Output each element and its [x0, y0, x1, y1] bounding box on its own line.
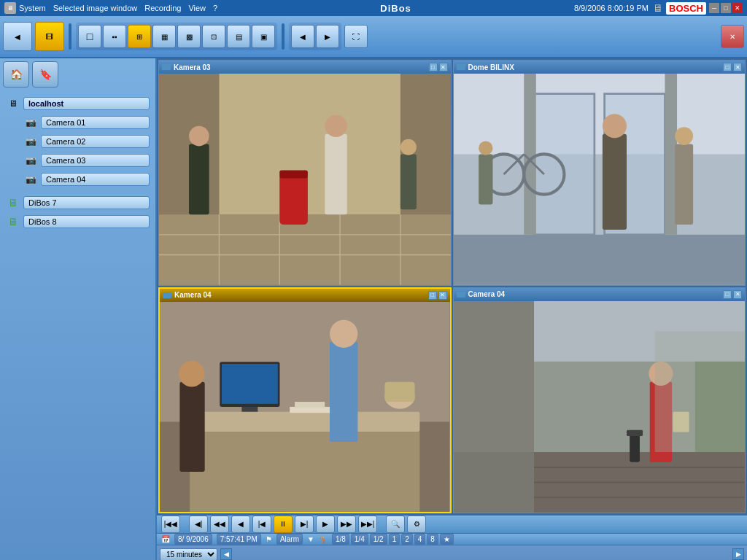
- speed-1-2[interactable]: 1/2: [370, 534, 387, 545]
- sidebar-bookmark-button[interactable]: 🔖: [32, 61, 58, 88]
- speed-1-4[interactable]: 1/4: [351, 534, 368, 545]
- pb-skip-start-button[interactable]: |◀◀: [161, 516, 180, 533]
- svg-rect-58: [627, 430, 643, 436]
- speed-1[interactable]: 1: [389, 534, 400, 545]
- timeline-header: 15 minutes 30 minutes 1 hour ◀ ▶: [157, 545, 747, 560]
- pb-prev-frame-button[interactable]: ◀: [231, 516, 250, 533]
- cam-next-button[interactable]: ▶: [316, 25, 339, 48]
- pb-prev-button[interactable]: ◀|: [189, 516, 208, 533]
- window-controls: ─ □ ✕: [709, 3, 743, 13]
- menu-system[interactable]: System: [19, 4, 46, 12]
- cam-minimize-camera04[interactable]: □: [723, 290, 732, 299]
- cam-minimize-kamera03[interactable]: □: [429, 63, 438, 71]
- camera-window-camera04[interactable]: Camera 04 □ ✕: [453, 287, 746, 513]
- timeline-scroll-right[interactable]: ▶: [732, 548, 744, 560]
- layout-9-icon: ⊡: [211, 33, 217, 41]
- pb-pause-button[interactable]: ⏸: [274, 516, 293, 533]
- svg-rect-30: [675, 144, 693, 225]
- cam-controls-kamera03: □ ✕: [429, 63, 448, 71]
- pb-settings-button[interactable]: ⚙: [407, 516, 426, 533]
- tree-item-camera04[interactable]: 📷 Camera 04: [20, 171, 152, 188]
- camera-window-dome[interactable]: Dome BILINX □ ✕: [453, 60, 746, 286]
- pb-fast-back-button[interactable]: ◀◀: [210, 516, 229, 533]
- bookmark-icon: 🔖: [39, 69, 52, 80]
- filter-label[interactable]: Alarm: [276, 534, 303, 545]
- layout-custom-icon: ▣: [260, 33, 267, 41]
- pb-next-frame-button[interactable]: ▶: [316, 516, 335, 533]
- speed-8[interactable]: 8: [427, 534, 438, 545]
- layout-8-button[interactable]: ▩: [177, 25, 201, 48]
- cam-controls-kamera04: □ ✕: [428, 291, 447, 300]
- cam-prev-icon: ◀: [300, 33, 306, 41]
- layout-single-button[interactable]: □: [78, 25, 101, 48]
- pb-step-back-button[interactable]: |◀: [252, 516, 271, 533]
- tree-item-camera02[interactable]: 📷 Camera 02: [20, 133, 152, 150]
- tree-item-localhost[interactable]: 🖥 localhost: [3, 95, 152, 112]
- svg-point-44: [330, 320, 357, 348]
- svg-rect-19: [454, 235, 746, 285]
- camera-feed-dome: [454, 74, 746, 285]
- layout-8-icon: ▩: [186, 33, 193, 41]
- svg-rect-57: [630, 432, 640, 462]
- menu-view[interactable]: View: [188, 4, 206, 12]
- speed-2[interactable]: 2: [401, 534, 413, 545]
- filter-dropdown-icon[interactable]: ▼: [307, 535, 314, 543]
- speed-4[interactable]: 4: [414, 534, 426, 545]
- toolbar: ◀ 🎞 □ ▪▪ ⊞ ▦ ▩ ⊡ ▤ ▣: [0, 16, 747, 58]
- timeline-area: 15 minutes 30 minutes 1 hour ◀ ▶ Kamera …: [157, 545, 747, 560]
- speed-controls: 1/8 1/4 1/2 1 2 4 8 ★: [332, 534, 454, 545]
- pause-icon: ⏸: [279, 520, 287, 528]
- camera-window-kamera03[interactable]: Kamera 03 □ ✕: [158, 60, 452, 286]
- skip-end-icon: ▶▶|: [361, 520, 375, 528]
- maximize-button[interactable]: □: [721, 3, 731, 13]
- pb-fast-fwd-button[interactable]: ▶▶: [337, 516, 356, 533]
- svg-point-16: [400, 139, 417, 155]
- pb-skip-end-button[interactable]: ▶▶|: [358, 516, 377, 533]
- camera-grid: Kamera 03 □ ✕: [157, 58, 747, 515]
- layout-2-button[interactable]: ▪▪: [103, 25, 126, 48]
- cam-close-dome[interactable]: ✕: [733, 63, 742, 71]
- minimize-button[interactable]: ─: [709, 3, 719, 13]
- toolbar-back-button[interactable]: ◀: [3, 22, 32, 51]
- cam-close-kamera04[interactable]: ✕: [438, 291, 447, 300]
- step-back-icon: |◀: [258, 520, 266, 528]
- layout-6-button[interactable]: ▦: [152, 25, 176, 48]
- tree-item-camera03[interactable]: 📷 Camera 03: [20, 152, 152, 169]
- layout-custom-button[interactable]: ▣: [252, 25, 275, 48]
- timeline-range-select[interactable]: 15 minutes 30 minutes 1 hour: [160, 548, 217, 560]
- tree-item-dibos7[interactable]: 🖥 DiBos 7: [3, 194, 152, 211]
- main-layout: 🏠 🔖 🖥 localhost 📷 Camera 01 📷 Camera 02: [0, 58, 747, 560]
- cam-minimize-kamera04[interactable]: □: [428, 291, 437, 300]
- menu-selected-image[interactable]: Selected image window: [53, 4, 138, 12]
- layout-9-button[interactable]: ⊡: [202, 25, 225, 48]
- layout-4-button[interactable]: ⊞: [128, 25, 151, 48]
- speed-1-8[interactable]: 1/8: [332, 534, 349, 545]
- speed-max[interactable]: ★: [440, 534, 454, 545]
- svg-rect-11: [279, 174, 308, 225]
- camera-window-kamera04[interactable]: Kamera 04 □ ✕: [158, 287, 452, 513]
- tree-item-dibos8[interactable]: 🖥 DiBos 8: [3, 213, 152, 230]
- timeline-scroll-left[interactable]: ◀: [220, 548, 232, 560]
- cam-close-kamera03[interactable]: ✕: [439, 63, 448, 71]
- fullscreen-icon: ⛶: [352, 33, 360, 41]
- cam-minimize-dome[interactable]: □: [723, 63, 732, 71]
- close-button[interactable]: ✕: [732, 3, 743, 13]
- server-icon-dibos8: 🖥: [6, 214, 20, 229]
- pb-search-button[interactable]: 🔍: [386, 516, 405, 533]
- cam-prev-button[interactable]: ◀: [291, 25, 314, 48]
- pb-step-fwd-button[interactable]: ▶|: [295, 516, 314, 533]
- cam-close-camera04[interactable]: ✕: [733, 290, 742, 299]
- svg-point-10: [189, 126, 209, 147]
- close-view-icon: ✕: [729, 33, 735, 41]
- sidebar-home-button[interactable]: 🏠: [3, 61, 29, 88]
- fullscreen-button[interactable]: ⛶: [344, 25, 368, 48]
- cam-title-camera04: Camera 04: [468, 290, 724, 298]
- search-icon: 🔍: [391, 520, 400, 528]
- back-icon: ◀: [15, 33, 20, 41]
- tree-item-camera01[interactable]: 📷 Camera 01: [20, 114, 152, 131]
- toolbar-film-button[interactable]: 🎞: [35, 22, 64, 51]
- layout-16-button[interactable]: ▤: [227, 25, 250, 48]
- close-view-button[interactable]: ✕: [721, 25, 744, 48]
- menu-recording[interactable]: Recording: [144, 4, 181, 12]
- skip-start-icon: |◀◀: [164, 520, 178, 528]
